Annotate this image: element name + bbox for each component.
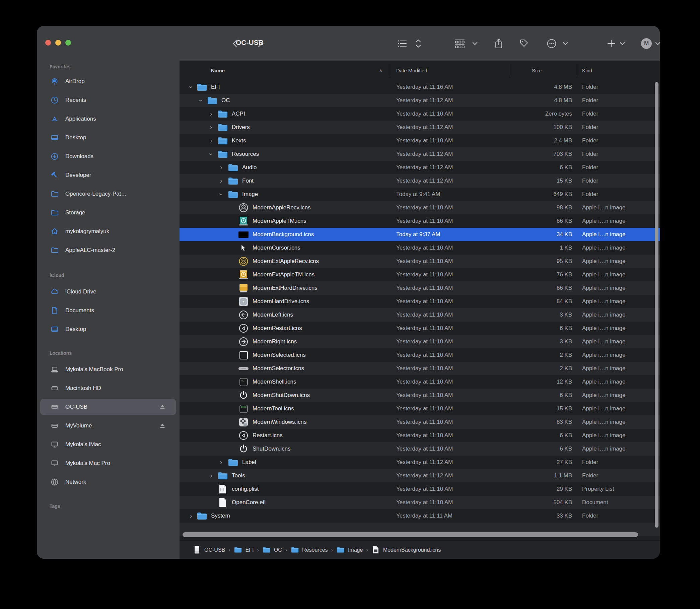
sidebar-item-applications[interactable]: Applications	[40, 111, 176, 127]
column-header-size[interactable]: Size	[532, 61, 542, 81]
file-row-shutdown-icns[interactable]: ShutDown.icnsYesterday at 11:10 AM6 KBAp…	[179, 442, 660, 456]
sidebar-item-network[interactable]: Network	[40, 474, 176, 490]
file-row-efi[interactable]: ›EFIYesterday at 11:16 AM4.8 MBFolder	[179, 81, 660, 94]
horizontal-scrollbar[interactable]	[182, 532, 638, 537]
disclosure-closed-icon[interactable]: ›	[218, 161, 224, 174]
pathbar-item-efi[interactable]: EFI	[234, 546, 254, 554]
file-row-tools[interactable]: ›ToolsYesterday at 11:12 AM1.1 MBFolder	[179, 469, 660, 482]
pathbar-item-oc[interactable]: OC	[262, 546, 282, 554]
sidebar-item-applealc-master-2[interactable]: AppleALC-master-2	[40, 242, 176, 258]
column-header-name[interactable]: Name	[211, 61, 225, 81]
file-row-kexts[interactable]: ›KextsYesterday at 11:10 AM2.4 MBFolder	[179, 134, 660, 147]
close-button[interactable]	[45, 40, 51, 46]
pathbar-item-image[interactable]: Image	[336, 546, 363, 554]
file-row-modernbackground-icns[interactable]: ModernBackground.icnsToday at 9:37 AM34 …	[179, 228, 660, 241]
file-row-modernextharddrive-icns[interactable]: ModernExtHardDrive.icnsYesterday at 11:1…	[179, 281, 660, 295]
file-row-config-plist[interactable]: config.plistYesterday at 11:10 AM29 KBPr…	[179, 482, 660, 496]
minimize-button[interactable]	[55, 40, 61, 46]
file-row-modernleft-icns[interactable]: ModernLeft.icnsYesterday at 11:10 AM3 KB…	[179, 308, 660, 321]
sidebar-item-airdrop[interactable]: AirDrop	[40, 73, 176, 89]
disclosure-closed-icon[interactable]: ›	[208, 469, 214, 482]
disclosure-closed-icon[interactable]: ›	[208, 107, 214, 121]
sidebar-item-mykolagrymalyuk[interactable]: mykolagrymalyuk	[40, 223, 176, 240]
file-row-image[interactable]: ›ImageToday at 9:41 AM649 KBFolder	[179, 188, 660, 201]
more-ellipsis-icon[interactable]	[546, 38, 557, 49]
file-row-label[interactable]: ›LabelYesterday at 11:12 AM27 KBFolder	[179, 456, 660, 469]
sidebar-item-recents[interactable]: Recents	[40, 92, 176, 108]
sidebar-item-macintosh-hd[interactable]: Macintosh HD	[40, 380, 176, 396]
chevron-down-icon[interactable]	[562, 40, 569, 47]
sidebar-item-desktop[interactable]: Desktop	[40, 321, 176, 337]
disclosure-open-icon[interactable]: ›	[204, 151, 218, 157]
eject-icon[interactable]	[158, 403, 167, 411]
file-row-modernextapplerecv-icns[interactable]: ModernExtAppleRecv.icnsYesterday at 11:1…	[179, 255, 660, 268]
file-row-modernappletm-icns[interactable]: ModernAppleTM.icnsYesterday at 11:10 AM6…	[179, 214, 660, 228]
file-row-modernselector-icns[interactable]: ContinueModernSelector.icnsYesterday at …	[179, 362, 660, 375]
sidebar-item-documents[interactable]: Documents	[40, 302, 176, 318]
sidebar-item-mykola-s-macbook-pro[interactable]: Mykola’s MacBook Pro	[40, 362, 176, 378]
disclosure-open-icon[interactable]: ›	[184, 84, 198, 90]
sidebar-item-developer[interactable]: Developer	[40, 167, 176, 183]
column-header-kind[interactable]: Kind	[582, 61, 592, 81]
file-row-modernapplerecv-icns[interactable]: ModernAppleRecv.icnsYesterday at 11:10 A…	[179, 201, 660, 214]
add-plus-icon[interactable]	[606, 38, 617, 49]
file-row-moderntool-icns[interactable]: EXECModernTool.icnsYesterday at 11:10 AM…	[179, 402, 660, 415]
sidebar-item-downloads[interactable]: Downloads	[40, 149, 176, 164]
eject-icon[interactable]	[158, 421, 167, 430]
disclosure-open-icon[interactable]: ›	[194, 98, 208, 104]
column-divider[interactable]	[389, 64, 389, 77]
account-avatar[interactable]: M	[641, 38, 652, 49]
group-grid-icon[interactable]	[454, 38, 466, 49]
back-chevron-icon[interactable]	[230, 38, 241, 49]
file-row-font[interactable]: ›FontYesterday at 11:12 AM15 KBFolder	[179, 174, 660, 188]
file-row-modernextappletm-icns[interactable]: ModernExtAppleTM.icnsYesterday at 11:10 …	[179, 268, 660, 281]
share-icon[interactable]	[493, 38, 504, 49]
file-row-modernharddrive-icns[interactable]: ModernHardDrive.icnsYesterday at 11:10 A…	[179, 295, 660, 308]
file-row-audio[interactable]: ›AudioYesterday at 11:12 AM6 KBFolder	[179, 161, 660, 174]
file-row-system[interactable]: ›SystemYesterday at 11:11 AM33 KBFolder	[179, 509, 660, 523]
disclosure-closed-icon[interactable]: ›	[218, 174, 224, 188]
chevron-down-icon[interactable]	[654, 40, 660, 47]
file-row-modernrestart-icns[interactable]: ModernRestart.icnsYesterday at 11:10 AM6…	[179, 321, 660, 335]
sidebar-item-opencore-legacy-pat-[interactable]: Opencore-Legacy-Pat…	[40, 186, 176, 202]
sidebar-item-desktop[interactable]: Desktop	[40, 129, 176, 146]
file-row-modernshutdown-icns[interactable]: ModernShutDown.icnsYesterday at 11:10 AM…	[179, 388, 660, 402]
pathbar-item-resources[interactable]: Resources	[291, 546, 328, 554]
file-row-modernshell-icns[interactable]: >_ModernShell.icnsYesterday at 11:10 AM1…	[179, 375, 660, 388]
disclosure-closed-icon[interactable]: ›	[218, 456, 224, 469]
file-row-acpi[interactable]: ›ACPIYesterday at 11:10 AMZero bytesFold…	[179, 107, 660, 121]
tag-icon[interactable]	[519, 38, 530, 49]
list-view-icon[interactable]	[397, 38, 408, 49]
file-row-moderncursor-icns[interactable]: ModernCursor.icnsYesterday at 11:10 AM1 …	[179, 241, 660, 255]
file-row-modernwindows-icns[interactable]: ModernWindows.icnsYesterday at 11:10 AM6…	[179, 415, 660, 429]
disclosure-closed-icon[interactable]: ›	[188, 509, 194, 523]
sidebar-item-storage[interactable]: Storage	[40, 205, 176, 221]
sidebar-item-oc-usb[interactable]: OC-USB	[40, 399, 176, 415]
disclosure-open-icon[interactable]: ›	[214, 191, 228, 197]
sidebar-item-myvolume[interactable]: MyVolume	[40, 418, 176, 434]
file-row-drivers[interactable]: ›DriversYesterday at 11:12 AM100 KBFolde…	[179, 121, 660, 134]
zoom-button[interactable]	[65, 40, 71, 46]
forward-chevron-icon[interactable]	[254, 38, 265, 49]
chevron-down-icon[interactable]	[472, 40, 478, 47]
file-row-opencore-efi[interactable]: OpenCore.efiYesterday at 11:10 AM504 KBD…	[179, 496, 660, 509]
file-row-oc[interactable]: ›OCYesterday at 11:12 AM4.8 MBFolder	[179, 94, 660, 107]
sidebar-item-mykola-s-imac[interactable]: Mykola’s iMac	[40, 436, 176, 453]
chevron-down-icon[interactable]	[619, 40, 626, 47]
sort-ascending-icon[interactable]: ∧	[379, 61, 383, 81]
view-sort-chevrons-icon[interactable]	[413, 38, 424, 49]
disclosure-closed-icon[interactable]: ›	[208, 121, 214, 134]
pathbar-item-oc-usb[interactable]: OC-USB	[193, 546, 225, 554]
sidebar-item-mykola-s-mac-pro[interactable]: Mykola’s Mac Pro	[40, 455, 176, 471]
file-row-resources[interactable]: ›ResourcesYesterday at 11:12 AM703 KBFol…	[179, 147, 660, 161]
sidebar-item-icloud-drive[interactable]: iCloud Drive	[40, 284, 176, 300]
column-divider[interactable]	[577, 64, 577, 77]
disclosure-closed-icon[interactable]: ›	[208, 134, 214, 147]
pathbar-item-modernbackground-icns[interactable]: ModernBackground.icns	[371, 546, 441, 554]
column-header-date-modified[interactable]: Date Modified	[396, 61, 427, 81]
file-row-modernselected-icns[interactable]: ModernSelected.icnsYesterday at 11:10 AM…	[179, 348, 660, 362]
vertical-scrollbar[interactable]	[655, 82, 659, 527]
file-row-restart-icns[interactable]: Restart.icnsYesterday at 11:10 AM6 KBApp…	[179, 429, 660, 442]
column-divider[interactable]	[511, 64, 511, 77]
file-row-modernright-icns[interactable]: ModernRight.icnsYesterday at 11:10 AM3 K…	[179, 335, 660, 348]
